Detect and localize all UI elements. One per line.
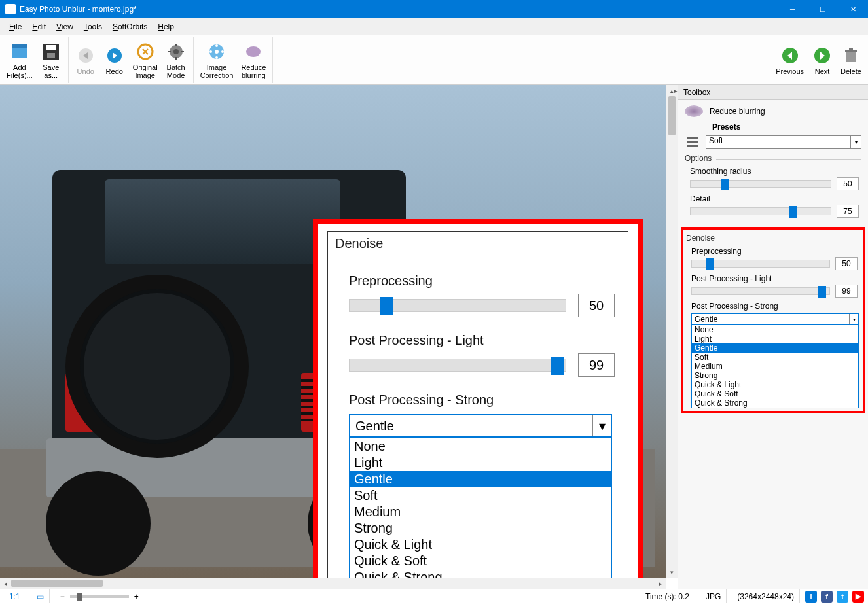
presets-select[interactable]: Soft ▾ xyxy=(706,135,861,149)
svg-rect-0 xyxy=(12,46,27,58)
redo-button[interactable]: Redo xyxy=(100,37,129,83)
svg-point-15 xyxy=(215,50,219,54)
svg-rect-29 xyxy=(689,137,691,139)
menu-tools[interactable]: Tools xyxy=(79,20,107,34)
poststrong-option-medium[interactable]: Medium xyxy=(692,362,858,371)
overlay-option-soft[interactable]: Soft xyxy=(350,487,611,504)
chevron-down-icon: ▾ xyxy=(592,415,611,436)
poststrong-option-qstrong[interactable]: Quick & Strong xyxy=(692,398,858,408)
status-time: Time (s): 0.2 xyxy=(640,589,695,603)
poststrong-option-none[interactable]: None xyxy=(692,325,858,334)
undo-button[interactable]: Undo xyxy=(71,37,100,83)
overlay-postlight-label: Post Processing - Light xyxy=(349,333,628,348)
svg-rect-4 xyxy=(47,53,55,58)
vertical-scrollbar[interactable] xyxy=(666,85,678,578)
menu-softorbits[interactable]: SoftOrbits xyxy=(107,20,153,34)
minimize-button[interactable]: ─ xyxy=(778,0,808,18)
poststrong-option-light[interactable]: Light xyxy=(692,334,858,343)
scroll-left-icon[interactable]: ◂ xyxy=(0,578,11,589)
poststrong-option-qsoft[interactable]: Quick & Soft xyxy=(692,389,858,398)
postlight-value[interactable]: 99 xyxy=(835,285,858,298)
reduce-blurring-button[interactable]: Reduce blurring xyxy=(237,37,270,83)
twitter-icon[interactable]: t xyxy=(837,591,848,603)
save-as-button[interactable]: Save as... xyxy=(37,37,65,83)
svg-point-9 xyxy=(173,49,179,54)
overlay-option-medium[interactable]: Medium xyxy=(350,504,611,520)
previous-button[interactable]: Previous xyxy=(772,37,808,83)
facebook-icon[interactable]: f xyxy=(821,591,833,603)
denoise-group-highlighted: Denoise Preprocessing 50 Post Processing… xyxy=(681,227,865,413)
reduce-blurring-icon xyxy=(243,41,264,62)
menu-file[interactable]: File xyxy=(4,20,27,34)
overlay-option-gentle[interactable]: Gentle xyxy=(350,471,611,487)
poststrong-combo[interactable]: Gentle ▾ xyxy=(691,313,859,325)
denoise-title: Denoise xyxy=(686,234,860,243)
batch-mode-button[interactable]: Batch Mode xyxy=(162,37,190,83)
preprocessing-slider[interactable] xyxy=(691,260,830,268)
detail-slider[interactable] xyxy=(690,207,831,215)
maximize-button[interactable]: ☐ xyxy=(808,0,838,18)
menu-view[interactable]: View xyxy=(51,20,79,34)
original-image-button[interactable]: Original Image xyxy=(129,37,162,83)
zoom-ratio[interactable]: 1:1 xyxy=(4,589,26,603)
overlay-option-none[interactable]: None xyxy=(350,438,611,455)
fit-screen-button[interactable]: ▭ xyxy=(31,589,50,603)
poststrong-option-gentle[interactable]: Gentle xyxy=(692,343,858,353)
delete-button[interactable]: Delete xyxy=(837,37,865,83)
postlight-slider[interactable] xyxy=(691,287,830,295)
scroll-down-icon[interactable]: ▾ xyxy=(666,567,678,578)
menu-edit[interactable]: Edit xyxy=(27,20,51,34)
poststrong-listbox[interactable]: None Light Gentle Soft Medium Strong Qui… xyxy=(691,325,859,408)
presets-label: Presets xyxy=(712,122,861,131)
poststrong-option-qlight[interactable]: Quick & Light xyxy=(692,380,858,389)
poststrong-option-soft[interactable]: Soft xyxy=(692,353,858,362)
toolbar: Add File(s)... Save as... Undo Redo Orig… xyxy=(0,35,868,85)
smoothing-label: Smoothing radius xyxy=(690,167,861,176)
youtube-icon[interactable]: ▶ xyxy=(852,591,864,603)
overlay-option-qlight[interactable]: Quick & Light xyxy=(350,536,611,553)
svg-point-17 xyxy=(215,56,218,59)
image-correction-button[interactable]: Image Correction xyxy=(196,37,238,83)
redo-icon xyxy=(104,45,125,66)
overlay-option-strong[interactable]: Strong xyxy=(350,520,611,536)
collapse-arrow-icon[interactable]: ▸ xyxy=(674,88,678,94)
close-button[interactable]: ✕ xyxy=(838,0,868,18)
info-icon[interactable]: i xyxy=(805,591,817,603)
toolbox-panel: ▸ Toolbox Reduce blurring Presets Soft ▾… xyxy=(678,85,868,589)
svg-point-20 xyxy=(246,46,261,57)
overlay-preprocessing-slider[interactable] xyxy=(349,299,566,312)
overlay-poststrong-listbox[interactable]: None Light Gentle Soft Medium Strong Qui… xyxy=(349,438,612,587)
overlay-postlight-value[interactable]: 99 xyxy=(578,353,615,377)
presets-icon xyxy=(685,134,700,150)
zoom-out-button[interactable]: − xyxy=(55,589,65,603)
overlay-option-light[interactable]: Light xyxy=(350,455,611,471)
image-correction-icon xyxy=(206,41,227,62)
scroll-right-icon[interactable]: ▸ xyxy=(655,578,666,589)
smoothing-slider[interactable] xyxy=(690,180,831,188)
add-files-button[interactable]: Add File(s)... xyxy=(3,37,37,83)
denoise-zoom-overlay: Preprocessing 50 Post Processing - Light… xyxy=(313,219,643,589)
svg-rect-25 xyxy=(849,48,853,50)
zoom-in-button[interactable]: + xyxy=(134,592,139,601)
save-icon xyxy=(41,41,62,62)
next-button[interactable]: Next xyxy=(808,37,837,83)
status-bar: 1:1 ▭ − + Time (s): 0.2 JPG (3264x2448x2… xyxy=(0,589,868,603)
preprocessing-value[interactable]: 50 xyxy=(835,257,858,270)
menu-help[interactable]: Help xyxy=(153,20,179,34)
svg-rect-3 xyxy=(46,45,56,50)
horizontal-scrollbar[interactable] xyxy=(0,578,666,589)
smoothing-value[interactable]: 50 xyxy=(837,177,859,190)
overlay-poststrong-combo[interactable]: Gentle ▾ xyxy=(349,414,612,438)
window-title: Easy Photo Unblur - montero.jpg* xyxy=(20,5,778,14)
overlay-option-qsoft[interactable]: Quick & Soft xyxy=(350,553,611,569)
poststrong-option-strong[interactable]: Strong xyxy=(692,371,858,380)
image-canvas[interactable]: Preprocessing 50 Post Processing - Light… xyxy=(0,85,678,589)
svg-point-16 xyxy=(215,44,218,47)
svg-point-19 xyxy=(221,50,224,53)
overlay-postlight-slider[interactable] xyxy=(349,359,566,372)
toolbox-tab[interactable]: Toolbox xyxy=(678,85,868,100)
overlay-preprocessing-value[interactable]: 50 xyxy=(578,294,615,317)
detail-value[interactable]: 75 xyxy=(837,205,859,218)
original-image-icon xyxy=(135,41,156,62)
zoom-slider[interactable] xyxy=(70,595,129,598)
